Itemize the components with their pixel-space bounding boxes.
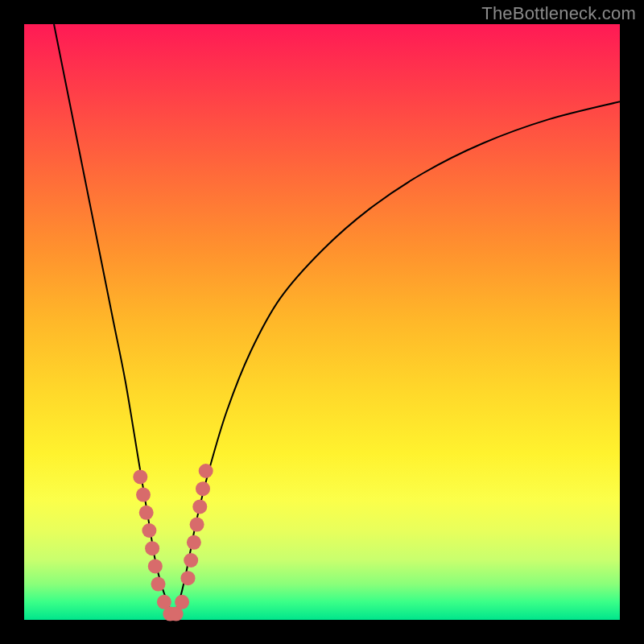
data-dot (139, 506, 154, 520)
data-dot (190, 518, 204, 532)
data-dot (192, 499, 207, 514)
data-dot (196, 481, 210, 496)
data-dot (133, 469, 147, 484)
data-dot (184, 553, 198, 568)
data-dot (142, 523, 156, 538)
data-dots (133, 464, 213, 621)
chart-svg (24, 24, 620, 620)
data-dot (187, 535, 201, 550)
data-dot (151, 577, 166, 592)
right-curve (173, 101, 620, 620)
plot-area (24, 24, 620, 620)
data-dot (148, 559, 163, 573)
data-dot (145, 541, 159, 555)
data-dot (181, 571, 196, 585)
data-dot (199, 464, 213, 478)
chart-frame: TheBottleneck.com (0, 0, 644, 644)
data-dot (175, 595, 189, 609)
data-dot (136, 488, 151, 502)
watermark-text: TheBottleneck.com (481, 3, 636, 24)
